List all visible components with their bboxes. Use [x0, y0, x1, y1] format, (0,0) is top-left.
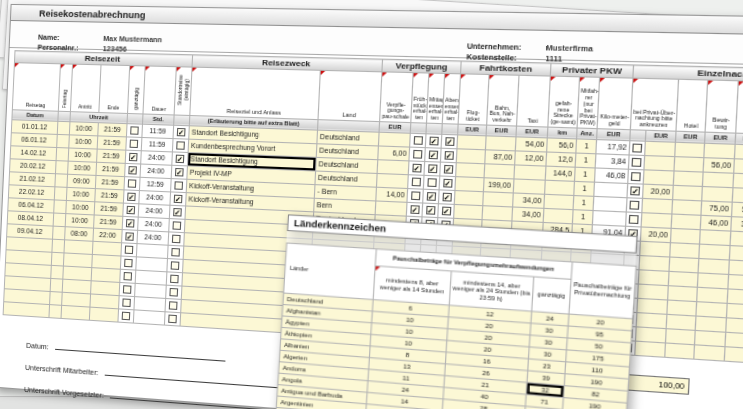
cell-feiertag[interactable] — [54, 187, 67, 201]
cell-verpfl[interactable] — [377, 173, 409, 188]
cell-standort[interactable]: ✓ — [170, 192, 186, 206]
cell-km[interactable]: 144,0 — [545, 166, 575, 181]
ganz-checkbox[interactable] — [124, 258, 133, 267]
cell-verpfl[interactable] — [375, 201, 407, 216]
cell-priv[interactable] — [629, 140, 645, 155]
cell-antritt[interactable]: 10:00 — [66, 187, 95, 201]
cell-ganz[interactable] — [126, 123, 142, 137]
cell-hotel[interactable] — [674, 171, 704, 187]
cell-ende[interactable]: 21:59 — [94, 202, 123, 217]
mi-checkbox[interactable]: ✓ — [429, 136, 438, 145]
ab-checkbox[interactable]: ✓ — [441, 206, 450, 215]
priv-checkbox[interactable] — [632, 158, 642, 167]
mi-checkbox[interactable]: ✓ — [426, 192, 435, 201]
mi-checkbox[interactable] — [427, 178, 436, 187]
mi-checkbox[interactable]: ✓ — [428, 150, 437, 159]
cell-trink[interactable] — [730, 231, 743, 247]
cell-priveur[interactable] — [639, 270, 670, 286]
ganz-checkbox[interactable]: ✓ — [128, 166, 137, 174]
priv-checkbox[interactable]: ✓ — [630, 186, 640, 195]
standort-checkbox[interactable]: ✓ — [175, 168, 184, 177]
ganz-checkbox[interactable]: ✓ — [127, 192, 136, 201]
cell-bewirt[interactable]: 56,00 — [703, 157, 734, 173]
cell-priveur[interactable] — [642, 198, 673, 214]
standort-checkbox[interactable]: ✓ — [173, 208, 182, 217]
cell-anz[interactable]: 1 — [575, 153, 596, 168]
cell-flug[interactable] — [454, 204, 483, 219]
cell-ende[interactable]: 21:59 — [97, 149, 126, 163]
cell-km[interactable]: 56,0 — [547, 138, 577, 153]
fr-checkbox[interactable]: ✓ — [410, 205, 419, 214]
cell-bewirt[interactable] — [699, 244, 730, 260]
cell-flug[interactable] — [455, 176, 484, 191]
cell-bewirt[interactable] — [698, 273, 729, 289]
cell-dauer[interactable]: 11:59 — [141, 137, 173, 151]
standort-checkbox[interactable] — [169, 288, 178, 297]
cell-taxi[interactable] — [513, 179, 545, 194]
cell-feiertag[interactable] — [50, 291, 63, 305]
cell-fr[interactable] — [407, 188, 423, 202]
ganz-checkbox[interactable] — [130, 126, 139, 134]
cell-priveur[interactable] — [645, 141, 676, 156]
cell-anz[interactable]: 1 — [574, 181, 595, 196]
ganz-checkbox[interactable] — [122, 311, 131, 320]
cell-hotel[interactable] — [671, 214, 701, 230]
cell-bewirt[interactable] — [698, 258, 729, 274]
cell-taxi[interactable] — [514, 165, 546, 180]
cell-verpfl[interactable] — [379, 132, 411, 147]
cell-feiertag[interactable] — [55, 173, 68, 187]
cell-bewirt[interactable] — [703, 172, 734, 188]
cell-bewirt[interactable]: 75,00 — [701, 201, 732, 217]
cell-standort[interactable] — [165, 298, 181, 312]
cell-ab[interactable]: ✓ — [439, 176, 456, 191]
standort-checkbox[interactable]: ✓ — [174, 194, 183, 203]
cell-standort[interactable] — [167, 245, 183, 259]
cell-bahn[interactable] — [486, 136, 517, 151]
cell-feiertag[interactable] — [51, 265, 64, 279]
cell-trink[interactable] — [733, 173, 743, 189]
cell-priveur[interactable] — [644, 155, 675, 170]
cell-hotel[interactable] — [672, 199, 702, 215]
cell-ganz[interactable]: ✓ — [123, 203, 139, 217]
mi-checkbox[interactable]: ✓ — [426, 206, 435, 215]
priv-checkbox[interactable] — [632, 143, 642, 152]
cell-hotel[interactable] — [669, 271, 699, 287]
cell-priveur[interactable] — [640, 241, 671, 257]
cell-standort[interactable] — [172, 138, 188, 152]
cell-trink[interactable]: 3,00 — [731, 216, 743, 232]
cell-antritt[interactable]: 10:00 — [66, 200, 95, 214]
cell-ganz[interactable]: ✓ — [122, 216, 138, 230]
cell-antritt[interactable]: 10:00 — [69, 135, 98, 149]
cell-taxi[interactable]: 12,00 — [515, 151, 547, 166]
ganz-checkbox[interactable] — [130, 139, 139, 147]
cell-ab[interactable]: ✓ — [441, 148, 458, 162]
cell-kmgeld[interactable] — [593, 196, 627, 212]
cell-feiertag[interactable] — [56, 147, 69, 161]
cell-feiertag[interactable] — [52, 239, 65, 253]
cell-bahn[interactable] — [484, 164, 515, 179]
cell-fr[interactable] — [408, 174, 424, 188]
cell-km[interactable] — [544, 194, 574, 209]
cell-ende[interactable]: 21:59 — [95, 188, 124, 202]
cell-feiertag[interactable] — [53, 213, 66, 227]
ganz-checkbox[interactable]: ✓ — [126, 219, 135, 228]
cell-dauer[interactable]: 11:59 — [142, 124, 174, 138]
cell-taxi[interactable]: 34,00 — [512, 207, 544, 222]
cell-dauer[interactable]: 12:59 — [139, 177, 171, 192]
priv-checkbox[interactable] — [629, 215, 639, 224]
standort-checkbox[interactable]: ✓ — [176, 154, 185, 163]
cell-standort[interactable] — [169, 218, 185, 232]
ganz-checkbox[interactable] — [123, 285, 132, 294]
cell-ganz[interactable] — [126, 137, 142, 151]
cell-ganz[interactable]: ✓ — [122, 229, 138, 243]
cell-taxi[interactable]: 34,00 — [513, 193, 545, 208]
fr-checkbox[interactable]: ✓ — [412, 163, 421, 172]
cell-ab[interactable]: ✓ — [439, 190, 456, 205]
cell-standort[interactable] — [166, 272, 182, 286]
cell-priv[interactable] — [626, 212, 642, 227]
cell-mi[interactable]: ✓ — [423, 189, 439, 204]
cell-trink[interactable] — [729, 260, 743, 276]
cell-bewirt[interactable] — [702, 186, 733, 202]
cell-verpfl[interactable] — [377, 159, 409, 174]
cell-trink[interactable] — [730, 245, 743, 261]
